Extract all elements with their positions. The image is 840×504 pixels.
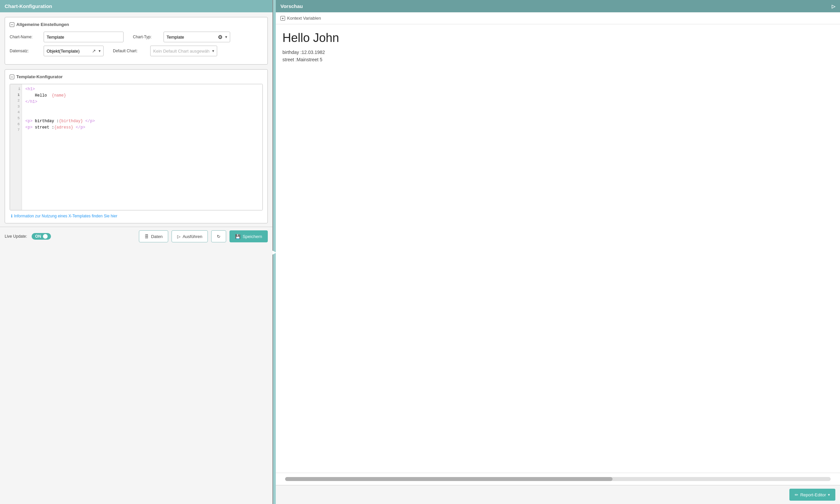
datensatz-label: Datensatz: — [10, 49, 40, 53]
live-update-label: Live Update: — [5, 234, 27, 239]
left-panel: Chart-Konfiguration Allgemeine Einstellu… — [0, 0, 273, 504]
chart-name-row: Chart-Name: Chart-Typ: Template ⚙ ▾ — [10, 32, 263, 42]
konfigurator-title: Template-Konfigurator — [10, 74, 263, 79]
left-panel-header: Chart-Konfiguration — [0, 0, 273, 12]
right-panel: Vorschau ▷ Kontext Variablen Hello John … — [276, 0, 840, 504]
preview-birthday: birthday :12.03.1982 — [282, 50, 833, 55]
chart-typ-label: Chart-Typ: — [133, 35, 160, 39]
report-editor-button[interactable]: ✏ Report-Editor ▾ — [789, 489, 835, 501]
panel-divider[interactable]: ▶ — [273, 0, 276, 504]
info-icon[interactable]: i — [17, 86, 22, 92]
datensatz-dropdown-icon[interactable]: ▾ — [99, 49, 101, 53]
live-update-toggle[interactable]: ON — [32, 233, 51, 240]
chart-typ-value: Template — [167, 35, 215, 40]
left-panel-title: Chart-Konfiguration — [5, 3, 52, 9]
live-update-state: ON — [35, 234, 41, 239]
speichern-button[interactable]: 💾 Speichern — [229, 230, 268, 242]
daten-button[interactable]: 🗄 Daten — [139, 230, 168, 242]
konfigurator-collapse-icon[interactable] — [10, 75, 14, 79]
report-editor-dropdown-icon[interactable]: ▾ — [828, 493, 830, 497]
save-icon: 💾 — [235, 234, 241, 239]
refresh-button[interactable]: ↻ — [211, 230, 226, 242]
chart-name-input[interactable] — [43, 32, 124, 42]
chart-typ-select[interactable]: Template ⚙ ▾ — [163, 32, 230, 42]
allgemeine-section: Allgemeine Einstellungen Chart-Name: Cha… — [5, 17, 268, 65]
kontext-expand-icon[interactable] — [280, 16, 285, 21]
line-num-5: 5 — [15, 115, 22, 122]
info-circle-icon: ℹ — [11, 214, 13, 218]
line-num-3: 3 — [15, 104, 22, 110]
refresh-icon: ↻ — [217, 234, 221, 239]
bottom-bar: Live Update: ON 🗄 Daten ▷ Ausführen ↻ 💾 … — [0, 227, 273, 246]
report-editor-icon: ✏ — [795, 492, 798, 497]
toggle-circle — [43, 234, 48, 239]
daten-icon: 🗄 — [144, 234, 149, 239]
kontext-bar: Kontext Variablen — [276, 12, 840, 24]
kontext-label: Kontext Variablen — [287, 16, 321, 21]
right-bottom-buttons: ✏ Report-Editor ▾ — [276, 485, 840, 504]
line-num-4: 4 — [15, 109, 22, 115]
default-chart-select[interactable]: Kein Default Chart ausgewäh ▾ — [150, 46, 217, 56]
allgemeine-title: Allgemeine Einstellungen — [10, 22, 263, 27]
expand-icon[interactable]: ▷ — [832, 4, 835, 9]
preview-heading: Hello John — [282, 31, 833, 45]
info-link[interactable]: ℹ Information zur Nutzung eines X-Templa… — [11, 214, 263, 218]
konfigurator-section: Template-Konfigurator i 1 2 3 4 5 6 7 <h… — [5, 69, 268, 223]
datensatz-value: Objekt(Template) — [47, 49, 88, 54]
default-chart-label: Default Chart: — [113, 49, 146, 53]
chart-typ-gear-icon[interactable]: ⚙ — [218, 34, 223, 40]
line-num-2: 2 — [15, 98, 22, 104]
right-panel-title: Vorschau — [280, 3, 303, 9]
default-chart-dropdown-icon[interactable]: ▾ — [212, 49, 214, 53]
chart-name-label: Chart-Name: — [10, 35, 40, 39]
line-num-1: 1 — [15, 92, 22, 98]
right-bottom-bar: ✏ Report-Editor ▾ — [276, 473, 840, 504]
datensatz-select[interactable]: Objekt(Template) ↗ ▾ — [43, 46, 104, 56]
allgemeine-collapse-icon[interactable] — [10, 22, 14, 27]
ausfuhren-button[interactable]: ▷ Ausführen — [172, 230, 208, 242]
play-icon: ▷ — [177, 234, 180, 239]
preview-content: Hello John birthday :12.03.1982 street :… — [276, 24, 840, 473]
line-num-7: 7 — [15, 127, 22, 133]
datensatz-row: Datensatz: Objekt(Template) ↗ ▾ Default … — [10, 46, 263, 56]
code-textarea[interactable]: <h1> Hello {name} </h1> <p> birthday :{b… — [22, 84, 262, 210]
preview-street: street :Mainstreet 5 — [282, 57, 833, 62]
chart-typ-dropdown-icon[interactable]: ▾ — [225, 35, 227, 39]
code-editor[interactable]: i 1 2 3 4 5 6 7 <h1> Hello {name} </h1> … — [10, 84, 263, 210]
right-panel-header: Vorschau ▷ — [276, 0, 840, 12]
line-num-6: 6 — [15, 122, 22, 127]
external-link-icon[interactable]: ↗ — [92, 48, 96, 54]
line-numbers: i 1 2 3 4 5 6 7 — [10, 84, 22, 210]
default-chart-placeholder: Kein Default Chart ausgewäh — [153, 49, 210, 54]
scrollbar[interactable] — [285, 477, 831, 481]
scrollbar-thumb — [285, 477, 613, 481]
